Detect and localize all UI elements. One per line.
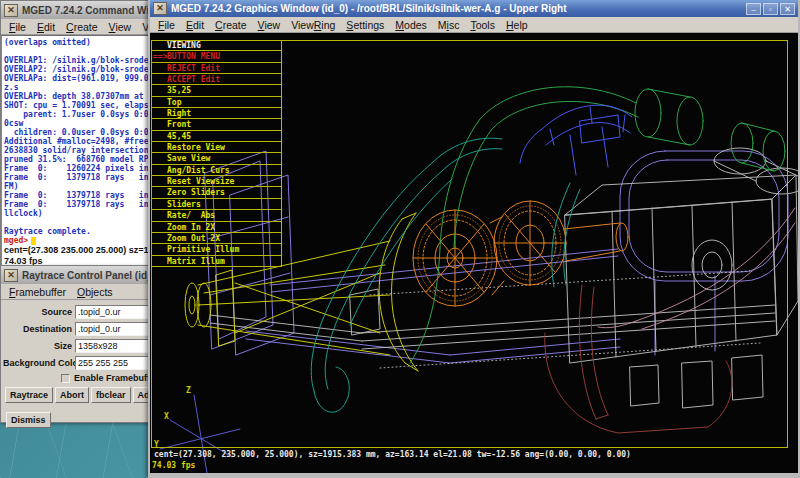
faceplate-header: VIEWING	[152, 40, 281, 51]
wireframe-blue-group	[520, 105, 632, 175]
menu-modes[interactable]: Modes	[390, 19, 432, 31]
x-axis-label: X	[164, 412, 169, 421]
menu-objects[interactable]: Objects	[72, 286, 118, 298]
dismiss-button[interactable]: Dismiss	[6, 412, 51, 428]
fp-item-save-view[interactable]: Save View	[152, 153, 281, 164]
3d-viewport[interactable]: Z X Y VIEWING ==>BUTTON MENU REJECT Edit…	[150, 33, 798, 473]
wireframe-green-group	[410, 87, 785, 363]
wireframe-pink-group	[598, 208, 795, 329]
menu-tools[interactable]: Tools	[465, 19, 500, 31]
mged-icon: ✕	[4, 269, 18, 282]
fp-item-primitive-illum[interactable]: Primitive Illum	[152, 244, 281, 255]
fp-item-35-25[interactable]: 35,25	[152, 85, 281, 96]
fp-item-button-menu[interactable]: ==>BUTTON MENU	[152, 51, 281, 62]
mged-icon: ✕	[153, 2, 167, 15]
size-label: Size	[3, 341, 75, 351]
fp-item-restore-view[interactable]: Restore View	[152, 142, 281, 153]
fp-item-accept-edit[interactable]: ACCEPT Edit	[152, 74, 281, 85]
viewport-status-line: cent=(27.308, 235.000, 25.000), sz=1915.…	[154, 450, 631, 459]
z-axis-label: Z	[186, 386, 191, 395]
minimize-button[interactable]: –	[746, 3, 761, 15]
y-axis-label: Y	[154, 440, 159, 449]
fp-item-right[interactable]: Right	[152, 108, 281, 119]
destination-label: Destination	[3, 324, 75, 334]
menu-file[interactable]: File	[4, 21, 31, 33]
fp-item-zoom-out-2x[interactable]: Zoom Out 2X	[152, 233, 281, 244]
menu-edit[interactable]: Edit	[181, 19, 209, 31]
fbclear-button[interactable]: fbclear	[91, 387, 131, 403]
maximize-button[interactable]: ▫	[763, 3, 778, 15]
wireframe-teal-group	[311, 138, 580, 412]
background-color-label: Background Color	[3, 358, 75, 368]
menu-create[interactable]: Create	[210, 19, 252, 31]
menu-help[interactable]: Help	[501, 19, 533, 31]
close-button[interactable]: ✕	[780, 3, 795, 15]
graphics-window-title: MGED 7.24.2 Graphics Window (id_0) - /ro…	[171, 3, 742, 14]
menu-view[interactable]: View	[253, 19, 286, 31]
enable-framebuffer-label: Enable Framebuffer	[74, 373, 159, 383]
viewport-fps: 74.03 fps	[152, 461, 195, 470]
graphics-window-titlebar[interactable]: ✕ MGED 7.24.2 Graphics Window (id_0) - /…	[150, 0, 798, 17]
fp-item-45-45[interactable]: 45,45	[152, 131, 281, 142]
fp-item-ang-dist-curs[interactable]: Ang/Dist Curs	[152, 165, 281, 176]
mged-icon: ✕	[4, 4, 18, 17]
wireframe-maroon-group	[545, 285, 732, 433]
fp-item-matrix-illum[interactable]: Matrix Illum	[152, 256, 281, 267]
prompt-text: mged>	[4, 236, 28, 245]
menu-pointer-icon: ==>	[153, 51, 167, 62]
menu-view[interactable]: View	[104, 21, 137, 33]
enable-framebuffer-checkbox[interactable]	[61, 374, 70, 383]
graphics-window: ✕ MGED 7.24.2 Graphics Window (id_0) - /…	[148, 0, 800, 478]
text-cursor	[31, 237, 36, 245]
fp-item-zero-sliders[interactable]: Zero Sliders	[152, 187, 281, 198]
menu-create[interactable]: Create	[61, 21, 103, 33]
graphics-window-menubar: File Edit Create View ViewRing Settings …	[150, 17, 798, 33]
fp-item-reject-edit[interactable]: REJECT Edit	[152, 63, 281, 74]
abort-button[interactable]: Abort	[55, 387, 89, 403]
menu-edit[interactable]: Edit	[32, 21, 60, 33]
menu-viewring[interactable]: ViewRing	[286, 19, 340, 31]
fp-item-zoom-in-2x[interactable]: Zoom In 2X	[152, 222, 281, 233]
button-menu: VIEWING ==>BUTTON MENU REJECT Edit ACCEP…	[152, 40, 282, 267]
fp-item-rate-abs[interactable]: Rate/ Abs	[152, 210, 281, 221]
fp-item-front[interactable]: Front	[152, 119, 281, 130]
fp-item-sliders[interactable]: Sliders	[152, 199, 281, 210]
menu-misc[interactable]: Misc	[433, 19, 465, 31]
fp-item-top[interactable]: Top	[152, 97, 281, 108]
menu-settings[interactable]: Settings	[341, 19, 389, 31]
menu-file[interactable]: File	[153, 19, 180, 31]
source-label: Source	[3, 307, 75, 317]
fp-item-reset-viewsize[interactable]: Reset Viewsize	[152, 176, 281, 187]
raytrace-button[interactable]: Raytrace	[5, 387, 53, 403]
menu-framebuffer[interactable]: Framebuffer	[4, 286, 71, 298]
